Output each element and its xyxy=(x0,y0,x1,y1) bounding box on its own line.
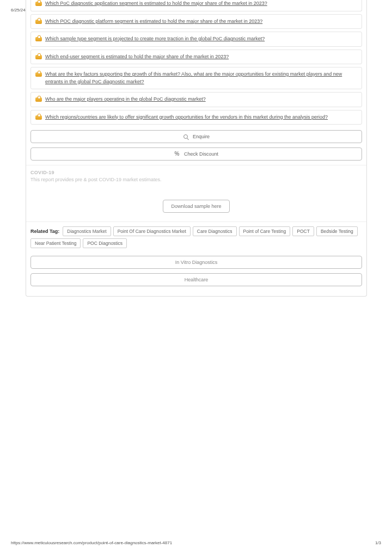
pointer-icon xyxy=(35,96,42,102)
action-row: Enquire % Check Discount xyxy=(26,130,366,161)
discount-label: Check Discount xyxy=(184,151,218,157)
tag-link[interactable]: POC Diagnostics xyxy=(83,238,127,248)
print-footer: https://www.meticulousresearch.com/produ… xyxy=(11,540,381,545)
percent-icon: % xyxy=(174,151,180,157)
footer-url: https://www.meticulousresearch.com/produ… xyxy=(11,540,172,545)
tag-link[interactable]: Point of Care Testing xyxy=(239,226,291,236)
category-button[interactable]: Healthcare xyxy=(30,273,362,286)
tag-link[interactable]: POCT xyxy=(292,226,314,236)
faq-item[interactable]: Which regions/countries are likely to of… xyxy=(30,110,362,125)
tag-link[interactable]: Near Patient Testing xyxy=(30,238,81,248)
tag-link[interactable]: Care Diagnostics xyxy=(193,226,237,236)
related-tags-label: Related Tag: xyxy=(30,229,59,234)
search-icon xyxy=(183,134,188,139)
pointer-icon xyxy=(35,19,42,24)
main-card: Which PoC diagnostic application segment… xyxy=(26,0,367,297)
enquire-label: Enquire xyxy=(193,134,210,139)
faq-item[interactable]: Which sample type segment is projected t… xyxy=(30,32,362,47)
tag-link[interactable]: Diagnostics Market xyxy=(63,226,111,236)
faq-item[interactable]: Which PoC diagnostic application segment… xyxy=(30,0,362,11)
faq-item[interactable]: Which end-user segment is estimated to h… xyxy=(30,50,362,65)
category-row: In Vitro Diagnostics Healthcare xyxy=(26,253,366,291)
pointer-icon xyxy=(35,1,42,6)
faq-link[interactable]: Which regions/countries are likely to of… xyxy=(45,114,328,121)
enquire-button[interactable]: Enquire xyxy=(30,130,362,143)
covid-section: COVID-19 This report provides pre & post… xyxy=(26,165,366,186)
faq-link[interactable]: Who are the major players operating in t… xyxy=(45,96,206,103)
category-button[interactable]: In Vitro Diagnostics xyxy=(30,256,362,269)
covid-description: This report provides pre & post COVID-19… xyxy=(30,177,362,182)
download-wrap: Download sample here xyxy=(26,200,366,213)
faq-link[interactable]: Which sample type segment is projected t… xyxy=(45,35,265,43)
faq-link[interactable]: Which end-user segment is estimated to h… xyxy=(45,53,229,61)
faq-list: Which PoC diagnostic application segment… xyxy=(26,0,366,125)
faq-link[interactable]: Which POC diagnostic platform segment is… xyxy=(45,18,262,26)
footer-page: 1/3 xyxy=(375,540,381,545)
tag-link[interactable]: Bedside Testing xyxy=(316,226,358,236)
faq-link[interactable]: Which PoC diagnostic application segment… xyxy=(45,0,267,8)
faq-link[interactable]: What are the key factors supporting the … xyxy=(45,71,357,85)
covid-title: COVID-19 xyxy=(30,170,362,175)
pointer-icon xyxy=(35,36,42,41)
pointer-icon xyxy=(35,114,42,120)
download-sample-button[interactable]: Download sample here xyxy=(163,200,229,213)
pointer-icon xyxy=(35,71,42,77)
faq-item[interactable]: What are the key factors supporting the … xyxy=(30,67,362,89)
tag-link[interactable]: Point Of Care Diagnostics Market xyxy=(113,226,191,236)
check-discount-button[interactable]: % Check Discount xyxy=(30,147,362,161)
related-tags-row: Related Tag: Diagnostics Market Point Of… xyxy=(26,221,366,253)
faq-item[interactable]: Which POC diagnostic platform segment is… xyxy=(30,14,362,29)
faq-item[interactable]: Who are the major players operating in t… xyxy=(30,92,362,107)
pointer-icon xyxy=(35,54,42,59)
